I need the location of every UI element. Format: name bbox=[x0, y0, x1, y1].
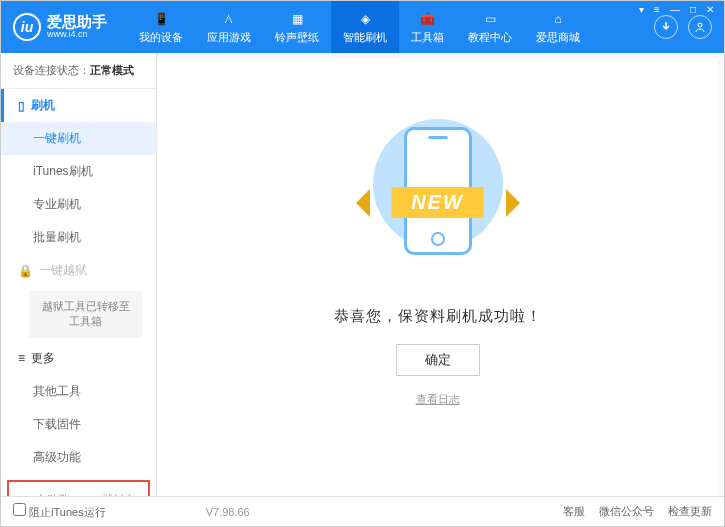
nav-tutorials[interactable]: ▭教程中心 bbox=[456, 1, 524, 53]
logo: iu 爱思助手 www.i4.cn bbox=[13, 13, 107, 41]
sidebar: 设备连接状态：正常模式 ▯刷机 一键刷机 iTunes刷机 专业刷机 批量刷机 … bbox=[1, 53, 157, 496]
book-icon: ▭ bbox=[481, 10, 499, 28]
sidebar-item-itunes[interactable]: iTunes刷机 bbox=[1, 155, 156, 188]
sidebar-item-pro[interactable]: 专业刷机 bbox=[1, 188, 156, 221]
close-icon[interactable]: ✕ bbox=[703, 4, 717, 15]
svg-point-0 bbox=[698, 23, 702, 27]
confirm-button[interactable]: 确定 bbox=[396, 344, 480, 376]
toolbox-icon: 🧰 bbox=[419, 10, 437, 28]
view-log-link[interactable]: 查看日志 bbox=[416, 392, 460, 407]
nav-store[interactable]: ⌂爱思商城 bbox=[524, 1, 592, 53]
checkbox-block-itunes[interactable]: 阻止iTunes运行 bbox=[13, 503, 106, 520]
nav-toolbox[interactable]: 🧰工具箱 bbox=[399, 1, 456, 53]
success-message: 恭喜您，保资料刷机成功啦！ bbox=[334, 307, 542, 326]
nav-ringtones[interactable]: ▦铃声壁纸 bbox=[263, 1, 331, 53]
sidebar-item-other[interactable]: 其他工具 bbox=[1, 375, 156, 408]
main-content: NEW 恭喜您，保资料刷机成功啦！ 确定 查看日志 bbox=[157, 59, 718, 496]
image-icon: ▦ bbox=[288, 10, 306, 28]
top-nav: 📱我的设备 ⩑应用游戏 ▦铃声壁纸 ◈智能刷机 🧰工具箱 ▭教程中心 ⌂爱思商城 bbox=[127, 1, 592, 53]
device-icon: 📱 bbox=[152, 10, 170, 28]
download-button[interactable] bbox=[654, 15, 678, 39]
maximize-icon[interactable]: □ bbox=[687, 4, 699, 15]
lock-icon: 🔒 bbox=[18, 264, 33, 278]
connection-status: 设备连接状态：正常模式 bbox=[1, 53, 156, 89]
section-more[interactable]: ≡更多 bbox=[1, 342, 156, 375]
footer: 阻止iTunes运行 V7.98.66 客服 微信公众号 检查更新 bbox=[1, 496, 724, 526]
logo-subtitle: www.i4.cn bbox=[47, 30, 107, 40]
cart-icon[interactable]: ▾ bbox=[636, 4, 647, 15]
menu-icon[interactable]: ≡ bbox=[651, 4, 663, 15]
logo-title: 爱思助手 bbox=[47, 14, 107, 31]
logo-icon: iu bbox=[13, 13, 41, 41]
list-icon: ≡ bbox=[18, 351, 25, 365]
sidebar-item-firmware[interactable]: 下载固件 bbox=[1, 408, 156, 441]
checkbox-highlight-box: 自动激活 跳过向导 bbox=[7, 480, 150, 496]
nav-my-device[interactable]: 📱我的设备 bbox=[127, 1, 195, 53]
phone-icon: ▯ bbox=[18, 99, 25, 113]
footer-link-wechat[interactable]: 微信公众号 bbox=[599, 504, 654, 519]
user-button[interactable] bbox=[688, 15, 712, 39]
apps-icon: ⩑ bbox=[220, 10, 238, 28]
minimize-icon[interactable]: — bbox=[667, 4, 683, 15]
sidebar-item-batch[interactable]: 批量刷机 bbox=[1, 221, 156, 254]
footer-link-update[interactable]: 检查更新 bbox=[668, 504, 712, 519]
success-illustration: NEW bbox=[338, 109, 538, 289]
new-banner: NEW bbox=[391, 187, 484, 218]
nav-apps[interactable]: ⩑应用游戏 bbox=[195, 1, 263, 53]
store-icon: ⌂ bbox=[549, 10, 567, 28]
section-jailbreak: 🔒一键越狱 bbox=[1, 254, 156, 287]
footer-link-support[interactable]: 客服 bbox=[563, 504, 585, 519]
section-flash[interactable]: ▯刷机 bbox=[1, 89, 156, 122]
version-label: V7.98.66 bbox=[206, 506, 250, 518]
jailbreak-note[interactable]: 越狱工具已转移至工具箱 bbox=[29, 291, 142, 338]
sidebar-item-advanced[interactable]: 高级功能 bbox=[1, 441, 156, 474]
header: iu 爱思助手 www.i4.cn 📱我的设备 ⩑应用游戏 ▦铃声壁纸 ◈智能刷… bbox=[1, 1, 724, 53]
sidebar-item-oneclick[interactable]: 一键刷机 bbox=[1, 122, 156, 155]
flash-icon: ◈ bbox=[356, 10, 374, 28]
nav-flash[interactable]: ◈智能刷机 bbox=[331, 1, 399, 53]
